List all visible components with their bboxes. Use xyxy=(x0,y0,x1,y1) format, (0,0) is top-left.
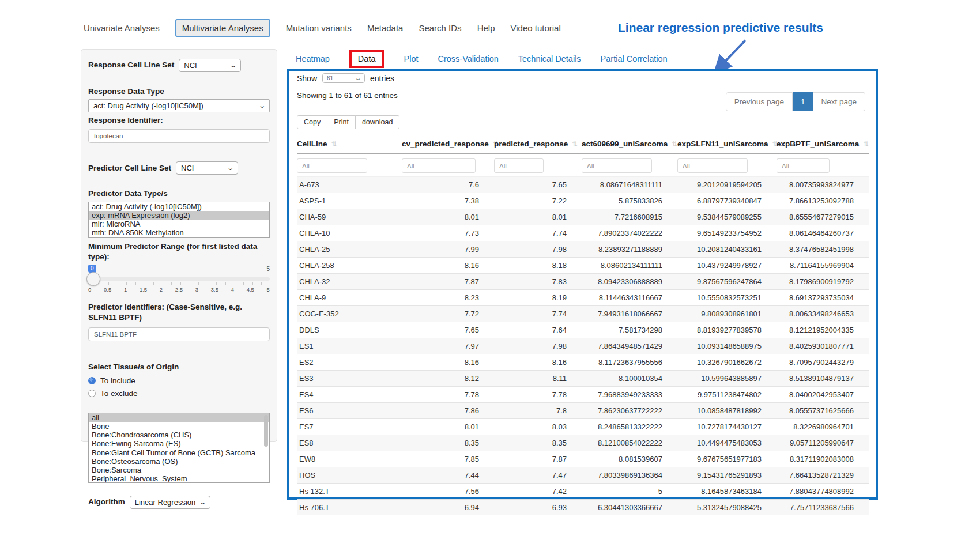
value-cell: 8.08602134111111 xyxy=(582,258,677,274)
filter-input-cellline[interactable] xyxy=(297,158,367,173)
value-cell: 8.08671648311111 xyxy=(582,177,677,193)
tab-data[interactable]: Data xyxy=(349,50,385,68)
tab-plot[interactable]: Plot xyxy=(404,54,418,63)
value-cell: 8.12 xyxy=(402,371,494,387)
sort-icon: ⇅ xyxy=(572,140,578,148)
value-cell: 7.83 xyxy=(494,274,582,290)
slider-track[interactable] xyxy=(88,277,270,281)
sort-icon: ⇅ xyxy=(331,140,337,148)
previous-page-button[interactable]: Previous page xyxy=(726,92,793,111)
column-header-label: expSLFN11_uniSarcoma xyxy=(677,139,768,148)
filter-input-expbptf-unisarcoma[interactable] xyxy=(777,158,830,173)
predictor-cell-line-set-select[interactable]: NCI ⌄ xyxy=(176,161,238,175)
response-data-type-select[interactable]: act: Drug Activity (-log10[IC50M]) ⌄ xyxy=(88,99,270,112)
page-number-button[interactable]: 1 xyxy=(793,92,813,111)
response-cell-line-set-select[interactable]: NCI ⌄ xyxy=(179,59,241,72)
nav-item-univariate-analyses[interactable]: Univariate Analyses xyxy=(84,20,160,36)
value-cell: 7.64 xyxy=(494,322,582,338)
filter-input-act609699-unisarcoma[interactable] xyxy=(582,158,652,173)
value-cell: 8.81939277839578 xyxy=(677,322,777,338)
tissue-option-bone-giant-cell-tumor-of-bone-gctb-sarcoma[interactable]: Bone:Giant Cell Tumor of Bone (GCTB) Sar… xyxy=(89,448,269,457)
tissue-option-bone-osteosarcoma-os[interactable]: Bone:Osteosarcoma (OS) xyxy=(89,457,269,466)
response-identifier-input[interactable]: topotecan xyxy=(88,129,270,143)
cell-line-cell: CHLA-9 xyxy=(297,290,402,306)
slider-tick-label: 3.5 xyxy=(211,286,218,293)
radio-icon xyxy=(88,390,96,397)
value-cell: 7.97 xyxy=(402,338,494,354)
cell-line-cell: EW8 xyxy=(297,451,402,467)
tab-partial-correlation[interactable]: Partial Correlation xyxy=(601,54,668,63)
value-cell: 10.7278174430127 xyxy=(677,419,777,435)
column-header-label: predicted_response xyxy=(494,139,568,148)
print-button[interactable]: Print xyxy=(327,115,356,129)
table-row: ES78.018.038.2486581332222210.7278174430… xyxy=(297,419,869,435)
value-cell: 7.66413528721329 xyxy=(777,467,869,484)
data-type-option-act[interactable]: act: Drug Activity (-log10[IC50M]) xyxy=(89,202,269,211)
tissue-option-bone-sarcoma[interactable]: Bone:Sarcoma xyxy=(89,466,269,474)
tab-technical-details[interactable]: Technical Details xyxy=(518,54,581,63)
next-page-button[interactable]: Next page xyxy=(813,92,865,111)
listbox-scrollbar[interactable] xyxy=(264,415,268,447)
tissue-option-bone[interactable]: Bone xyxy=(89,422,269,431)
value-cell: 7.87 xyxy=(402,274,494,290)
download-button[interactable]: download xyxy=(355,115,400,129)
predictor-cell-line-set-label: Predictor Cell Line Set xyxy=(88,163,171,173)
tissue-option-peripheral-nervous-system[interactable]: Peripheral_Nervous_System xyxy=(89,474,269,483)
column-header-label: CellLine xyxy=(297,139,327,148)
value-cell: 7.73 xyxy=(402,225,494,241)
column-header-label: act609699_uniSarcoma xyxy=(582,139,668,148)
nav-item-mutation-variants[interactable]: Mutation variants xyxy=(286,20,352,36)
page-length-select[interactable]: 61 ⌄ xyxy=(322,73,365,83)
tissue-radio-to-exclude[interactable]: To exclude xyxy=(88,389,270,398)
slider-handle[interactable] xyxy=(86,272,100,286)
value-cell: 7.65 xyxy=(402,322,494,338)
cell-line-cell: CHLA-25 xyxy=(297,241,402,258)
tissue-option-all[interactable]: all xyxy=(89,413,269,422)
value-cell: 10.0931486588975 xyxy=(677,338,777,354)
value-cell: 8.19 xyxy=(494,290,582,306)
column-header-predicted-response[interactable]: predicted_response⇅ xyxy=(494,137,582,154)
predictor-identifiers-input[interactable]: SLFN11 BPTF xyxy=(88,327,270,341)
value-cell: 9.20120919594205 xyxy=(677,177,777,193)
value-cell: 10.3267901662672 xyxy=(677,354,777,371)
nav-item-metadata[interactable]: Metadata xyxy=(367,20,404,36)
filter-input-predicted-response[interactable] xyxy=(494,158,544,173)
tissue-radio-to-include[interactable]: To include xyxy=(88,376,270,385)
cell-line-cell: ES1 xyxy=(297,338,402,354)
nav-item-help[interactable]: Help xyxy=(477,20,495,36)
data-type-option-mir[interactable]: mir: MicroRNA xyxy=(89,220,269,228)
value-cell: 8.65554677279015 xyxy=(777,209,869,225)
tissue-option-bone-ewing-sarcoma-es[interactable]: Bone:Ewing Sarcoma (ES) xyxy=(89,439,269,448)
show-label: Show xyxy=(297,74,317,83)
table-row: CHLA-2588.168.188.0860213411111110.43792… xyxy=(297,258,869,274)
value-cell: 6.93 xyxy=(494,500,582,516)
nav-item-multivariate-analyses[interactable]: Multivariate Analyses xyxy=(175,19,270,37)
data-type-option-mth[interactable]: mth: DNA 850K Methylation xyxy=(89,228,269,237)
column-header-cellline[interactable]: CellLine⇅ xyxy=(297,137,402,154)
filter-input-expslfn11-unisarcoma[interactable] xyxy=(677,158,748,173)
column-header-expbptf-unisarcoma[interactable]: expBPTF_uniSarcoma⇅ xyxy=(777,137,869,154)
value-cell: 9.65149233754952 xyxy=(677,225,777,241)
data-type-option-exp[interactable]: exp: mRNA Expression (log2) xyxy=(89,211,269,220)
cell-line-cell: A-673 xyxy=(297,177,402,193)
column-header-expslfn11-unisarcoma[interactable]: expSLFN11_uniSarcoma⇅ xyxy=(677,137,777,154)
column-header-act609699-unisarcoma[interactable]: act609699_uniSarcoma⇅ xyxy=(582,137,677,154)
value-cell: 7.6 xyxy=(402,177,494,193)
algorithm-select[interactable]: Linear Regression ⌄ xyxy=(130,496,211,509)
nav-item-search-ids[interactable]: Search IDs xyxy=(419,20,461,36)
value-cell: 8.70957902443279 xyxy=(777,354,869,371)
value-cell: 10.4494475483053 xyxy=(677,435,777,451)
tab-heatmap[interactable]: Heatmap xyxy=(296,54,330,63)
value-cell: 7.42 xyxy=(494,484,582,500)
copy-button[interactable]: Copy xyxy=(297,115,327,129)
predictor-data-types-listbox: act: Drug Activity (-log10[IC50M])exp: m… xyxy=(88,202,270,238)
filter-input-cv-predicted-response[interactable] xyxy=(402,158,476,173)
cell-line-cell: ES2 xyxy=(297,354,402,371)
sort-icon: ⇅ xyxy=(863,140,869,148)
tissue-option-bone-chondrosarcoma-chs[interactable]: Bone:Chondrosarcoma (CHS) xyxy=(89,431,269,439)
tab-cross-validation[interactable]: Cross-Validation xyxy=(438,54,498,63)
column-header-cv-predicted-response[interactable]: cv_predicted_response⇅ xyxy=(402,137,494,154)
value-cell: 9.05711205990647 xyxy=(777,435,869,451)
nav-item-video-tutorial[interactable]: Video tutorial xyxy=(510,20,560,36)
value-cell: 8.40259301807771 xyxy=(777,338,869,354)
